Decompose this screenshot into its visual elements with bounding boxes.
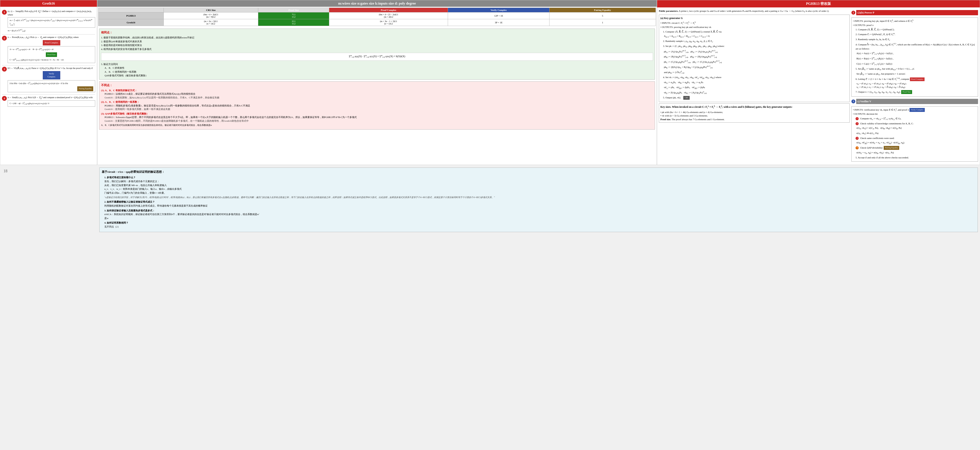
sim-item-2: 2. 都是用QAP来描述多项式约束的关系 xyxy=(101,40,653,44)
bottom-left-spacer: 18 xyxy=(0,165,97,234)
key-gen-pka: pkA := {Ai(τ)ρAP₁}m+3i=0, pkA' := {Ai(τ)… xyxy=(664,49,848,54)
prover-section: • INPUTS: proving key pk, input x⃗ ∈ Frk… xyxy=(851,17,978,97)
table-row-groth16: Groth16 (m + 2n + 3)G1(n + 1)G2 2G11G2 (… xyxy=(99,19,656,26)
page-number: 18 xyxy=(1,166,96,176)
verifier-section-header: c) Verifier V xyxy=(856,99,978,104)
right-panel-title: PGHR13 密改版 xyxy=(806,2,831,5)
prover-section-header: (2)(b) Prover P xyxy=(856,10,978,15)
bottom-item-1b: "a是验证方给我们的字段，对于求解方(用户)，程序(电路)运行时对，程序(电路)… xyxy=(104,196,975,199)
proof-complex-badge-prover[interactable]: Proof Complex xyxy=(910,78,924,81)
proof-size-badge-prover[interactable]: Proof Size xyxy=(901,90,912,94)
key-gen-outputs: • OUTPUTS: proving key pk and verificati… xyxy=(660,25,848,29)
similarity-formula: Σmi=0 aiui(X) · Σmi=0 aivi(X) = Σmi=0 ai… xyxy=(101,53,653,60)
pairing-equality-badge[interactable]: Pairing Equality xyxy=(77,86,93,91)
right-right-col: 2 (2)(b) Prover P • INPUTS: proving key … xyxy=(851,9,978,163)
verify-complex-badge[interactable]: Verify Complex xyxy=(910,108,925,112)
verifier-step-badge: 3 xyxy=(851,100,855,103)
diff-item-3: (3). QAP多项式可除性（被目标多项式整除） PGHR13：Schwartz… xyxy=(101,112,653,123)
cell-pghr13-crs: (6m + 4 + 2k)G1(m + 9)G2 xyxy=(164,13,258,19)
key-gen-step1: 1. Compute {Ã, B̃, C̃, Z} := QAPinst(C);… xyxy=(663,30,848,33)
step2-formulas: A = α + Σmi=0 aiui(x) + rδ B = β + Σmi=0… xyxy=(8,46,95,63)
right-top-section: Public parameters. A prime r, two cyclic… xyxy=(659,9,978,163)
prover-step-badge: 2 xyxy=(851,11,855,14)
key-gen-step3: 3. Set pk := (C, pkA, pkA', pkB, pkB', p… xyxy=(663,44,848,48)
diff-note: A、B、C多项式等式可以转换到同时对应当多的线性组合来对比。验证者只能对对对合多… xyxy=(101,124,653,127)
step2-badge: 2 xyxy=(2,36,7,41)
th-crs-size: CRS Size xyxy=(164,8,258,13)
step1-text: (σ, τ) ← Setup(R): Pick α,β,γ,δ ∈ ℤp*. D… xyxy=(8,10,95,16)
prover-step5: 5. Set pk̃A := 'same as pkA, but with pk… xyxy=(856,67,977,71)
step3-content: 0/1 ← Vfy(R̃,σ,a₁,...,aℓ,π): Parse π = (… xyxy=(8,67,95,93)
verifier-step5: 5. Accept if and only if all the above c… xyxy=(856,156,977,160)
bottom-box-title: 基于circuit→r1cs→qap的零知识证明的验证思想： xyxy=(102,170,975,174)
row-label-pghr13: PGHR13 xyxy=(99,13,164,19)
step1-formula1: σ₁ = ⎧ α,β,δ, {xi}n-1i=0, { (βui(x)+αvi(… xyxy=(8,17,95,28)
verifier-step2: 2 Check validity of knowledge commitment… xyxy=(856,122,977,125)
key-gen-vka: vkA := αAP₂, vkB := αBP₁, vkC := αCP₂ xyxy=(664,81,848,85)
proof-complex-btn[interactable]: Proof Complex xyxy=(8,40,95,45)
prover-Az: A(z) := A₀(z) + Σmi=1 siAi(z) + δ₁Z(z) , xyxy=(856,51,977,55)
verifier-section: • INPUTS: verification key vk, input x⃗ … xyxy=(851,106,978,162)
right-panel: PGHR13 密改版 Public parameters. A prime r,… xyxy=(657,0,980,165)
bottom-item-1: 1. 多项式等成立意味着什么？ 首先，我们已认解到：多项式成功各个元素的定义： … xyxy=(104,176,975,195)
verifier-step3: 3 Check same coefficients were used: xyxy=(856,136,977,140)
pairing-badge[interactable]: Pairing Equality xyxy=(884,146,899,150)
step1-badge: 1 xyxy=(2,10,7,14)
proof-size-badge[interactable]: Proof Size xyxy=(46,52,57,57)
step4-badge: 4 xyxy=(2,96,7,101)
sim-item-1: 1. 都基于双线性群数学结构，由法则1)和算法组成，由法则1)选取密码所用的wi… xyxy=(101,36,653,40)
prover-step6: 6. Letting c⃗' := (1 ∘ ā ∘ δ₁ ∘ δ₂ ∘ δ₃)… xyxy=(856,77,977,81)
verifier-header-row: 3 c) Verifier V xyxy=(851,98,978,105)
key-gen-step4: 4. Set vk := (vkA, vkB, vkC, vkK, vk'γ, … xyxy=(663,76,848,79)
verifier-step4: 4 Check QAP divisibility: Pairing Equali… xyxy=(856,146,977,150)
diff-item-2: (2). A、B、C 使用相同的一组系数： PGHR13：用随机多项式(很多数量… xyxy=(101,100,653,111)
prover-step5b: Set pk̃A' := 'same as pkA', but prepend … xyxy=(856,72,977,76)
crs-badge[interactable]: CRS xyxy=(683,96,690,100)
prover-step3: 3. Randomly sample δ₁, δ₂, δ₃ ∈ Fr. xyxy=(856,38,977,42)
verify-complex-btn[interactable]: Verify Complex xyxy=(8,71,95,79)
cell-groth16-verify: 3P + 1E xyxy=(448,19,549,26)
table-header-row: CRS Size Proof Size Proof Complex Verify… xyxy=(99,8,656,13)
prover-step4: 4. Compute h̃ = (h₀, h₁,...,hd-1, hd) ∈ … xyxy=(856,43,977,51)
step4-row: 4 π ← Sim(R,τ,a₁,...,aℓ): Pick A,B ← ℤp*… xyxy=(2,96,95,108)
key-gen-pkb: pkB := {Bi(τ)ρBP₁}m+3i=0, pkB' := {Bi(τ)… xyxy=(664,54,848,59)
sim-item-4: 4. 程序的多项式的安全等式都是基于多元多项式 xyxy=(101,48,653,51)
comparison-table: CRS Size Proof Size Proof Complex Verify… xyxy=(98,8,656,26)
main-container: Groth16 1 (σ, τ) ← Setup(R): Pick α,β,γ,… xyxy=(0,0,980,234)
step3-badge: 3 xyxy=(2,67,7,71)
prover-Cz: C(z) := C₀(z) + Σmi=1 siCi(z) + δ₃Z(z) xyxy=(856,62,977,66)
sim-item-5: 5. 验证方法同问 xyxy=(101,62,653,66)
verifier-step1: 1 Compute vkx := vkC,0 + Σni=1 xivkC,i ∈… xyxy=(856,116,977,121)
key-gen-title: (a) Key generator G xyxy=(660,16,848,20)
key-generator-section: (a) Key generator G • INPUTS: circuit C:… xyxy=(659,14,850,102)
th-proof-size: Proof Size xyxy=(258,8,329,13)
step2-row: 2 π ← Prove(R,σ,a₁,...,ãm): Pick r,s ← ℤ… xyxy=(2,36,95,64)
similarity-box: 相同点： 1. 都基于双线性群数学结构，由法则1)和算法组成，由法则1)选取密码… xyxy=(99,29,655,79)
proof-size-note: Proof size. The proof always has 7 G₁-el… xyxy=(660,117,848,121)
bottom-row: 18 基于circuit→r1cs→qap的零知识证明的验证思想： 1. 多项式… xyxy=(0,165,980,234)
verifier-inputs: • INPUTS: verification key vk, input x⃗ … xyxy=(853,108,977,112)
step1-content: (σ, τ) ← Setup(R): Pick α,β,γ,δ ∈ ℤp*. D… xyxy=(8,10,95,33)
verifier-check3: e(πK, vk'βγ) = e(vkZ + πA + πC, vk'βγ) ·… xyxy=(856,141,977,145)
prover-Bz: B(z) := B₀(z) + Σmi=1 siBi(z) + δ₂Z(z) , xyxy=(856,57,977,61)
top-row: Groth16 1 (σ, τ) ← Setup(R): Pick α,β,γ,… xyxy=(0,0,980,165)
public-params: Public parameters. A prime r, two cyclic… xyxy=(659,9,850,13)
prover-step7: 7. Output π := (πA, πA', πB, πB', πC, πC… xyxy=(856,90,977,94)
verify-section: 5. 验证方法同问 A、B、C 的有效性 A、B、C 使用相同的一组系数 QAP… xyxy=(101,62,653,78)
prover-steps: 1. Compute (Ã, B̃, C̃, Z) := QAPinst(C).… xyxy=(853,28,977,94)
key-gen-inputs: • INPUTS: circuit C: Frn × Frb → Frk xyxy=(660,21,848,25)
step1-formula2: σ₂ = (β,γ,δ,{xi}n-1i=0). xyxy=(8,29,95,33)
sim-item-5a: A、B、C 的有效性 xyxy=(105,66,653,70)
cell-pghr13-proof-complex: (6m + 4 + 23 − 2n)G1(m + 4)G2 xyxy=(329,13,448,19)
bottom-middle-content: 基于circuit→r1cs→qap的零知识证明的验证思想： 1. 多项式等成立… xyxy=(97,165,980,234)
cell-groth16-pairing: 1 xyxy=(549,19,656,26)
middle-table-section: CRS Size Proof Size Proof Complex Verify… xyxy=(97,7,657,27)
step2-text: π ← Prove(R,σ,a₁,...,ãm): Pick r,s ← ℤp … xyxy=(8,36,95,39)
prover-pi-details: πA := (c⃗'·pkA), πA' := (c⃗'·pkA'), πB :… xyxy=(856,82,977,89)
th-empty xyxy=(99,8,164,13)
bottom-item-3: 3. 如何保证验证者输入且能避免多项式是多式： d-KCA：系统知识证明规则，保… xyxy=(104,209,975,220)
verifier-check4: e(vkZ + πA, πB) = e(πH, vkZ) · e(πC, P₂) xyxy=(856,151,977,155)
similarity-title: 相同点： xyxy=(101,30,653,35)
key-gen-pkh: and pkH := {τiP₁}di=0. xyxy=(664,70,848,74)
step3-formula: [A]₁·[B]₂ = [α]₁·[β]₂ + Σℓi=0 ai[(βui(x)… xyxy=(8,80,95,92)
